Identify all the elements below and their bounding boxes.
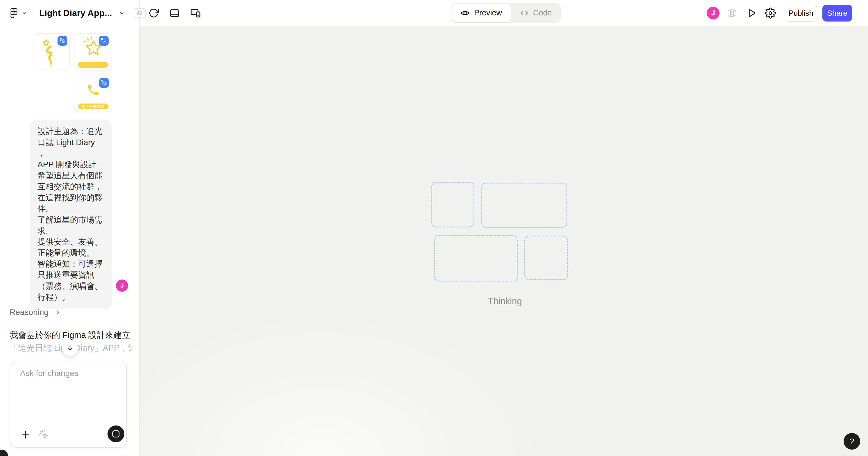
code-label: Code xyxy=(533,8,552,18)
chat-sidebar: 輸入手機號碼 設計主題為：追光日誌 Light Diary ， APP 開發與設… xyxy=(0,26,140,456)
assistant-line: 我會基於你的 Figma 設計來建立 xyxy=(9,329,132,341)
help-button[interactable]: ? xyxy=(844,433,860,450)
point-and-edit-button[interactable] xyxy=(38,429,50,440)
gear-icon xyxy=(765,7,776,19)
refresh-icon xyxy=(149,8,159,18)
bottom-panel-icon xyxy=(169,7,180,19)
dev-mode-button[interactable] xyxy=(725,6,739,20)
measure-cursor-icon xyxy=(726,7,738,19)
preview-code-toggle: Preview Code xyxy=(451,3,561,23)
file-title: Light Diary App... xyxy=(39,8,112,18)
code-icon xyxy=(520,8,529,18)
settings-button[interactable] xyxy=(764,6,777,20)
sidebar-divider xyxy=(140,0,140,456)
top-bar: Light Diary App... AI xyxy=(0,0,868,26)
bottom-panel-button[interactable] xyxy=(168,6,181,20)
composer xyxy=(9,361,127,448)
eye-icon xyxy=(460,8,470,18)
preview-canvas: Thinking xyxy=(140,26,868,456)
chevron-down-icon xyxy=(21,10,28,16)
arrow-down-icon xyxy=(66,344,74,352)
avatar[interactable]: J xyxy=(707,7,719,20)
stop-generation-button[interactable] xyxy=(107,425,124,442)
chevron-right-icon xyxy=(54,309,61,316)
figma-design-badge xyxy=(58,36,67,46)
run-button[interactable] xyxy=(745,6,758,20)
refresh-button[interactable] xyxy=(147,6,160,20)
figma-main-menu[interactable] xyxy=(10,7,28,19)
phone-icon xyxy=(86,83,100,97)
attachment-phone-sketch[interactable]: 輸入手機號碼 xyxy=(75,76,111,112)
pen-nib-icon xyxy=(60,38,65,44)
add-attachment-button[interactable] xyxy=(20,430,31,440)
publish-button[interactable]: Publish xyxy=(785,5,817,22)
play-icon xyxy=(746,8,756,18)
sketch-button-pill xyxy=(78,62,108,68)
title-chevron-down-icon[interactable] xyxy=(119,10,125,16)
wireframe-box xyxy=(482,182,567,228)
user-avatar: J xyxy=(116,280,128,292)
scroll-down-button[interactable] xyxy=(62,340,78,356)
wireframe-box xyxy=(431,182,474,227)
cursor-sparkle-icon xyxy=(38,429,50,440)
pen-nib-icon xyxy=(101,80,107,86)
plus-icon xyxy=(21,430,31,440)
device-preview-button[interactable] xyxy=(189,6,202,20)
attachment-star-sketch[interactable] xyxy=(75,33,111,70)
devices-icon xyxy=(190,7,201,19)
reasoning-toggle[interactable]: Reasoning xyxy=(9,308,61,317)
reasoning-label: Reasoning xyxy=(9,308,49,317)
figma-design-badge xyxy=(99,78,109,88)
thinking-status: Thinking xyxy=(447,296,563,307)
share-button[interactable]: Share xyxy=(823,5,852,22)
stop-square-icon xyxy=(112,430,120,438)
figma-logo-icon xyxy=(10,7,18,19)
wireframe-box xyxy=(434,235,518,282)
wireframe-box xyxy=(524,235,568,280)
sketch-button-pill: 輸入手機號碼 xyxy=(78,104,108,109)
user-message-bubble: 設計主題為：追光日誌 Light Diary ， APP 開發與設計 希望追星人… xyxy=(30,119,112,309)
tab-preview[interactable]: Preview xyxy=(451,3,511,23)
figma-design-badge xyxy=(99,36,108,46)
tab-code[interactable]: Code xyxy=(511,3,561,23)
ask-for-changes-input[interactable] xyxy=(20,369,118,415)
pen-nib-icon xyxy=(101,38,106,44)
attachment-hand-star-sketch[interactable] xyxy=(33,33,70,69)
pill-label: 輸入手機號碼 xyxy=(78,104,108,109)
preview-label: Preview xyxy=(474,8,502,18)
